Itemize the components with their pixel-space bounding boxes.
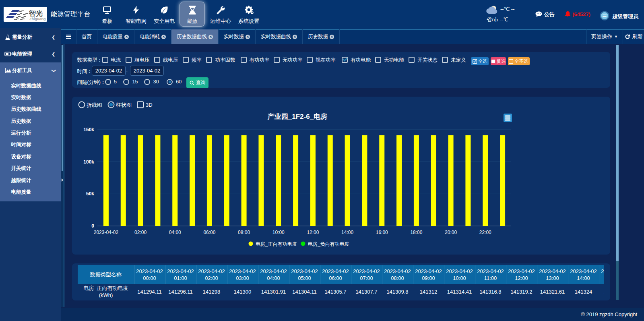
svg-text:12:00: 12:00 <box>307 230 319 235</box>
svg-text:20:00: 20:00 <box>445 230 457 235</box>
svg-text:16:00: 16:00 <box>376 230 388 235</box>
svg-text:150k: 150k <box>83 127 94 133</box>
svg-text:0: 0 <box>91 223 94 229</box>
svg-text:Zhiguang: Zhiguang <box>29 17 46 21</box>
svg-text:04:00: 04:00 <box>169 230 181 235</box>
svg-text:08:00: 08:00 <box>238 230 250 235</box>
svg-text:06:00: 06:00 <box>203 230 215 235</box>
svg-text:2023-04-02: 2023-04-02 <box>94 230 119 235</box>
svg-text:电房_正向有功电度: 电房_正向有功电度 <box>256 241 297 247</box>
svg-text:电房_负向有功电度: 电房_负向有功电度 <box>308 241 349 247</box>
svg-text:100k: 100k <box>83 159 94 165</box>
svg-text:智光: 智光 <box>29 10 43 17</box>
svg-text:产业园_1F2-6_电房: 产业园_1F2-6_电房 <box>267 113 327 120</box>
svg-text:折线图: 折线图 <box>87 102 102 108</box>
svg-text:10:00: 10:00 <box>272 230 285 235</box>
svg-text:3D: 3D <box>146 102 153 108</box>
svg-text:22:00: 22:00 <box>479 230 491 235</box>
svg-text:14:00: 14:00 <box>341 230 353 235</box>
svg-text:02:00: 02:00 <box>134 230 147 235</box>
svg-text:18:00: 18:00 <box>410 230 422 235</box>
svg-text:50k: 50k <box>86 191 94 197</box>
svg-text:柱状图: 柱状图 <box>116 102 132 108</box>
